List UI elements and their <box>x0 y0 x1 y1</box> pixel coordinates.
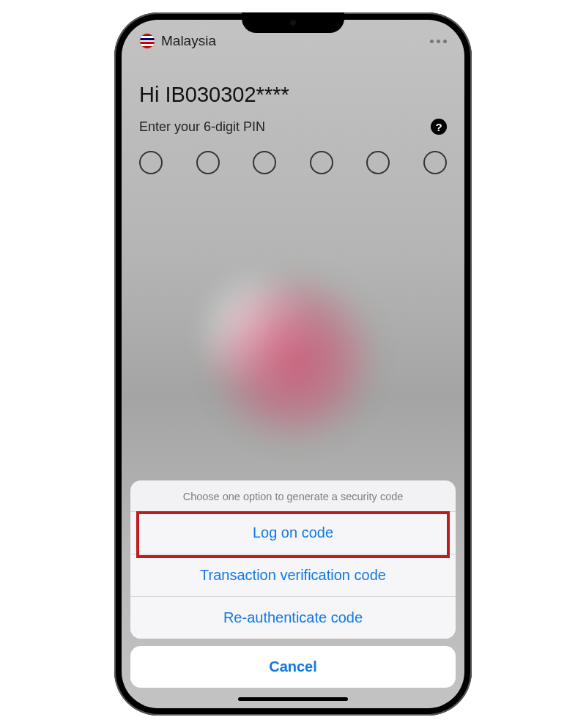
cancel-button[interactable]: Cancel <box>130 646 456 688</box>
help-icon[interactable]: ? <box>431 119 447 135</box>
action-sheet-options-group: Choose one option to generate a security… <box>130 480 456 639</box>
option-transaction-verification-code[interactable]: Transaction verification code <box>130 554 456 596</box>
pin-input-row[interactable] <box>139 151 447 174</box>
pin-digit-6[interactable] <box>423 151 447 174</box>
option-re-authenticate-code[interactable]: Re-authenticate code <box>130 596 456 639</box>
country-label: Malaysia <box>161 33 216 49</box>
enter-pin-row: Enter your 6-digit PIN ? <box>139 119 447 135</box>
home-indicator[interactable] <box>238 697 348 701</box>
greeting-text: Hi IB030302**** <box>139 83 447 107</box>
pin-entry-area: Hi IB030302**** Enter your 6-digit PIN ? <box>122 83 464 174</box>
country-selector[interactable]: Malaysia <box>139 33 216 49</box>
pin-digit-4[interactable] <box>310 151 333 174</box>
pin-digit-3[interactable] <box>253 151 276 174</box>
security-code-action-sheet: Choose one option to generate a security… <box>130 480 456 688</box>
pin-digit-2[interactable] <box>196 151 220 174</box>
enter-pin-label: Enter your 6-digit PIN <box>139 119 265 135</box>
option-log-on-code[interactable]: Log on code <box>130 511 456 554</box>
action-sheet-header: Choose one option to generate a security… <box>130 480 456 511</box>
phone-frame: Malaysia Hi IB030302**** Enter your 6-di… <box>114 12 472 716</box>
pin-digit-1[interactable] <box>139 151 163 174</box>
more-menu-icon[interactable] <box>430 40 447 43</box>
pin-digit-5[interactable] <box>366 151 390 174</box>
phone-notch <box>242 12 344 33</box>
malaysia-flag-icon <box>139 33 155 49</box>
top-bar: Malaysia <box>122 33 464 49</box>
phone-screen: Malaysia Hi IB030302**** Enter your 6-di… <box>122 20 464 708</box>
